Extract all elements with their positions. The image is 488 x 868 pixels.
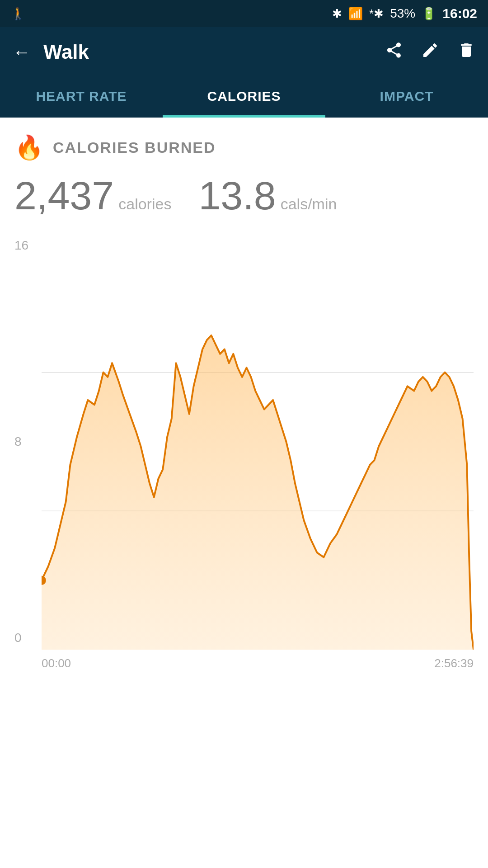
tab-calories[interactable]: CALORIES: [163, 77, 325, 118]
battery-icon: 🔋: [422, 7, 436, 21]
tab-bar: HEART RATE CALORIES IMPACT: [0, 77, 488, 118]
total-calories-value: 2,437: [14, 176, 114, 216]
y-label-8: 8: [14, 434, 22, 449]
flame-icon: 🔥: [14, 134, 44, 161]
y-axis-labels: 16 8 0: [14, 234, 42, 650]
status-left: 🚶: [11, 7, 25, 21]
battery-percent: 53%: [390, 6, 415, 21]
status-bar: 🚶 ✱ 📶 *✱ 53% 🔋 16:02: [0, 0, 488, 27]
wifi-icon: 📶: [348, 7, 363, 21]
status-right: ✱ 📶 *✱ 53% 🔋 16:02: [332, 6, 477, 21]
share-button[interactable]: [385, 41, 403, 63]
rate-value: 13.8: [198, 176, 276, 216]
page-title: Walk: [43, 41, 89, 63]
chart-svg: [42, 234, 474, 650]
section-title: CALORIES BURNED: [53, 139, 216, 156]
main-content: 🔥 CALORIES BURNED 2,437 calories 13.8 ca…: [0, 118, 488, 677]
y-label-0: 0: [14, 631, 22, 645]
stats-row: 2,437 calories 13.8 cals/min: [14, 176, 474, 216]
total-calories-group: 2,437 calories: [14, 176, 171, 216]
app-bar: ← Walk: [0, 27, 488, 77]
app-bar-actions: [385, 41, 475, 63]
delete-button[interactable]: [457, 41, 475, 63]
x-label-end: 2:56:39: [434, 656, 474, 670]
app-bar-left: ← Walk: [13, 41, 89, 63]
y-label-16: 16: [14, 238, 28, 253]
tab-impact[interactable]: IMPACT: [325, 77, 488, 118]
bluetooth-icon: ✱: [332, 7, 342, 21]
back-button[interactable]: ←: [13, 42, 31, 62]
chart-container: 16 8 0 00:00 2:56:39: [14, 234, 474, 677]
tab-heart-rate[interactable]: HEART RATE: [0, 77, 163, 118]
edit-button[interactable]: [421, 41, 439, 63]
signal-icon: *✱: [369, 7, 384, 21]
x-label-start: 00:00: [42, 656, 71, 670]
rate-unit: cals/min: [281, 195, 337, 213]
person-icon: 🚶: [11, 7, 25, 21]
status-time: 16:02: [442, 6, 477, 21]
section-header: 🔥 CALORIES BURNED: [14, 134, 474, 161]
total-calories-unit: calories: [118, 195, 171, 213]
x-axis-labels: 00:00 2:56:39: [42, 650, 474, 677]
rate-group: 13.8 cals/min: [198, 176, 337, 216]
